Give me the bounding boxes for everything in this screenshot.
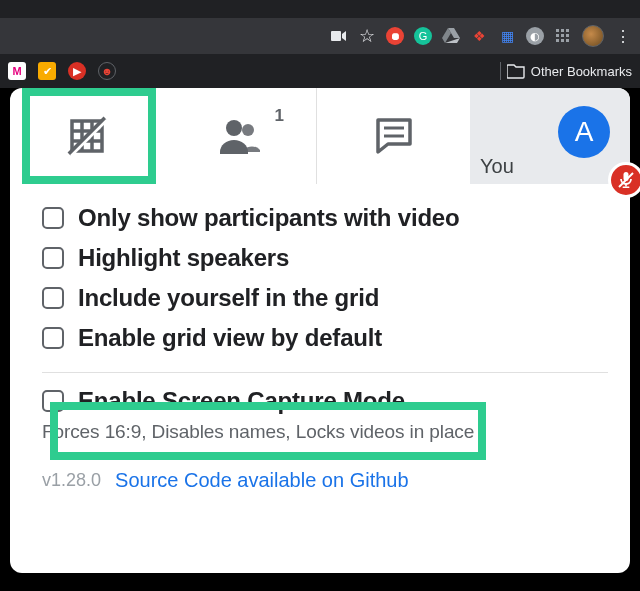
option-label: Enable Screen Capture Mode xyxy=(78,387,405,415)
option-screen-capture[interactable]: Enable Screen Capture Mode xyxy=(42,385,608,421)
ext-icon-4[interactable]: ◐ xyxy=(526,27,544,45)
ext-icon-3[interactable]: ▦ xyxy=(498,27,516,45)
svg-rect-1 xyxy=(556,29,559,32)
version-label: v1.28.0 xyxy=(42,470,101,491)
svg-rect-4 xyxy=(556,34,559,37)
ext-icon-2[interactable]: ❖ xyxy=(470,27,488,45)
svg-rect-23 xyxy=(623,187,630,189)
svg-rect-3 xyxy=(566,29,569,32)
kebab-menu-icon[interactable]: ⋮ xyxy=(614,27,632,45)
ext-icon-1[interactable]: ⏺ xyxy=(386,27,404,45)
svg-rect-2 xyxy=(561,29,564,32)
drive-icon[interactable] xyxy=(442,27,460,45)
checkbox[interactable] xyxy=(42,207,64,229)
other-bookmarks-button[interactable]: Other Bookmarks xyxy=(500,62,632,80)
svg-point-17 xyxy=(226,120,242,136)
bookmark-icon-3[interactable]: ▶ xyxy=(68,62,86,80)
option-label: Enable grid view by default xyxy=(78,324,382,352)
tab-people[interactable]: 1 xyxy=(163,88,317,184)
self-label: You xyxy=(480,155,514,178)
avatar: A xyxy=(558,106,610,158)
bookmarks-bar: M ✔ ▶ ☻ Other Bookmarks xyxy=(0,54,640,88)
checkbox[interactable] xyxy=(42,247,64,269)
star-icon[interactable]: ☆ xyxy=(358,27,376,45)
svg-line-15 xyxy=(69,118,105,154)
checkbox[interactable] xyxy=(42,287,64,309)
bookmark-icon-2[interactable]: ✔ xyxy=(38,62,56,80)
bookmark-icon-4[interactable]: ☻ xyxy=(98,62,116,80)
svg-rect-6 xyxy=(566,34,569,37)
option-label: Only show participants with video xyxy=(78,204,459,232)
grammarly-icon[interactable]: G xyxy=(414,27,432,45)
tab-grid-disabled[interactable] xyxy=(10,88,163,184)
tab-chat[interactable] xyxy=(317,88,470,184)
other-bookmarks-label: Other Bookmarks xyxy=(531,64,632,79)
svg-rect-22 xyxy=(625,184,627,187)
source-code-link[interactable]: Source Code available on Github xyxy=(115,469,409,492)
video-icon xyxy=(330,27,348,45)
browser-toolbar: ☆ ⏺ G ❖ ▦ ◐ ⋮ xyxy=(0,18,640,54)
mic-muted-badge[interactable] xyxy=(608,162,640,198)
option-label: Include yourself in the grid xyxy=(78,284,379,312)
grid-off-icon xyxy=(64,113,110,159)
option-label: Highlight speakers xyxy=(78,244,289,272)
self-video-tile[interactable]: You A xyxy=(470,88,630,184)
svg-rect-8 xyxy=(561,39,564,42)
apps-grid-icon[interactable] xyxy=(554,27,572,45)
screen-capture-description: Forces 16:9, Disables names, Locks video… xyxy=(42,421,608,443)
people-count-badge: 1 xyxy=(275,106,284,126)
option-highlight-speakers[interactable]: Highlight speakers xyxy=(42,238,608,278)
svg-point-18 xyxy=(242,124,254,136)
mic-off-icon xyxy=(617,171,635,189)
svg-rect-7 xyxy=(556,39,559,42)
divider xyxy=(500,62,501,80)
option-include-yourself[interactable]: Include yourself in the grid xyxy=(42,278,608,318)
svg-rect-0 xyxy=(331,31,341,41)
profile-avatar-icon[interactable] xyxy=(582,25,604,47)
svg-rect-5 xyxy=(561,34,564,37)
checkbox[interactable] xyxy=(42,327,64,349)
svg-rect-9 xyxy=(566,39,569,42)
divider xyxy=(42,372,608,373)
checkbox[interactable] xyxy=(42,390,64,412)
option-only-video[interactable]: Only show participants with video xyxy=(42,198,608,238)
folder-icon xyxy=(507,63,525,79)
chat-icon xyxy=(372,114,416,158)
people-icon xyxy=(214,116,266,156)
grid-view-panel: 1 You A xyxy=(10,88,630,573)
bookmark-icon-1[interactable]: M xyxy=(8,62,26,80)
option-enable-default[interactable]: Enable grid view by default xyxy=(42,318,608,358)
